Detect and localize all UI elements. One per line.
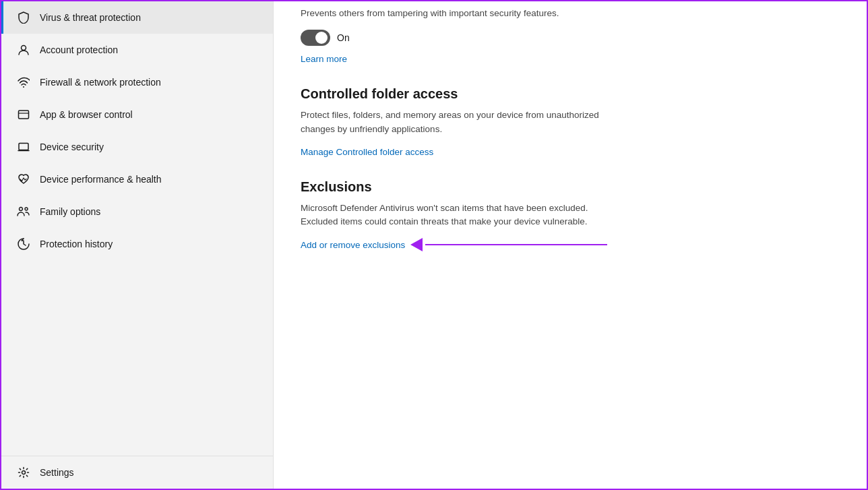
purple-arrow-annotation	[410, 238, 607, 251]
sidebar-item-account[interactable]: Account protection	[1, 34, 273, 66]
sidebar-label-history: Protection history	[40, 238, 113, 250]
sidebar-item-firewall[interactable]: Firewall & network protection	[1, 66, 273, 98]
sidebar-label-devicehealth: Device performance & health	[40, 173, 162, 185]
sidebar-label-firewall: Firewall & network protection	[40, 76, 161, 88]
sidebar-item-family[interactable]: Family options	[1, 195, 273, 228]
sidebar-label-settings: Settings	[40, 466, 74, 479]
arrowhead-icon	[410, 238, 423, 251]
tamper-toggle[interactable]	[301, 30, 330, 46]
svg-rect-2	[19, 111, 29, 119]
sidebar-label-appbrowser: App & browser control	[40, 109, 133, 121]
family-icon	[17, 205, 30, 218]
main-content: Prevents others from tampering with impo…	[274, 1, 867, 489]
learn-more-link[interactable]: Learn more	[301, 54, 347, 64]
laptop-icon	[17, 140, 30, 154]
sidebar-label-devicesecurity: Device security	[40, 141, 104, 153]
controlled-folder-desc: Protect files, folders, and memory areas…	[301, 109, 624, 136]
add-exclusions-row: Add or remove exclusions	[301, 238, 840, 251]
svg-point-7	[22, 471, 26, 474]
appbrowser-icon	[17, 108, 30, 121]
sidebar-item-history[interactable]: Protection history	[1, 228, 273, 260]
controlled-folder-title: Controlled folder access	[301, 86, 840, 102]
svg-rect-4	[19, 144, 28, 150]
exclusions-title: Exclusions	[301, 179, 840, 195]
gear-icon	[17, 466, 30, 479]
sidebar-label-account: Account protection	[40, 44, 118, 56]
history-icon	[17, 237, 30, 251]
exclusions-section: Exclusions Microsoft Defender Antivirus …	[301, 179, 840, 252]
sidebar-item-devicesecurity[interactable]: Device security	[1, 131, 273, 163]
tamper-desc: Prevents others from tampering with impo…	[301, 7, 624, 20]
svg-point-6	[25, 208, 28, 210]
manage-controlled-folder-link[interactable]: Manage Controlled folder access	[301, 147, 433, 157]
arrow-line	[425, 244, 607, 245]
sidebar: Virus & threat protection Account protec…	[1, 1, 274, 489]
toggle-row: On	[301, 30, 840, 46]
sidebar-label-family: Family options	[40, 206, 100, 218]
wifi-icon	[17, 75, 30, 89]
exclusions-desc: Microsoft Defender Antivirus won't scan …	[301, 202, 624, 229]
svg-point-1	[23, 86, 24, 88]
controlled-folder-section: Controlled folder access Protect files, …	[301, 86, 840, 158]
add-exclusions-link[interactable]: Add or remove exclusions	[301, 240, 405, 250]
shield-icon	[17, 11, 30, 24]
sidebar-label-virus: Virus & threat protection	[40, 11, 141, 24]
svg-point-0	[22, 46, 26, 51]
toggle-state-label: On	[337, 32, 350, 43]
sidebar-item-appbrowser[interactable]: App & browser control	[1, 98, 273, 131]
svg-point-5	[20, 208, 23, 211]
sidebar-item-settings[interactable]: Settings	[1, 456, 273, 489]
sidebar-item-devicehealth[interactable]: Device performance & health	[1, 163, 273, 195]
heart-icon	[17, 173, 30, 186]
sidebar-item-virus[interactable]: Virus & threat protection	[1, 1, 273, 34]
tamper-section: Prevents others from tampering with impo…	[301, 1, 840, 65]
person-icon	[17, 43, 30, 57]
